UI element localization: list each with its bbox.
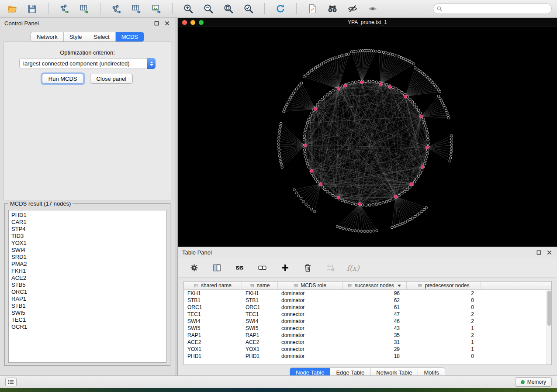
cell-mcds-role[interactable]: connector xyxy=(278,311,343,317)
cell-name[interactable]: STB1 xyxy=(242,297,278,303)
cell-name[interactable]: ACE2 xyxy=(242,339,278,345)
cell-shared-name[interactable]: TEC1 xyxy=(184,311,242,317)
deselect-all-button[interactable] xyxy=(256,262,268,274)
zoom-out-button[interactable] xyxy=(201,2,215,16)
cell-shared-name[interactable]: YOX1 xyxy=(184,346,242,352)
cell-shared-name[interactable]: FKH1 xyxy=(184,290,242,296)
settings-button[interactable] xyxy=(188,262,200,274)
export-image-button[interactable] xyxy=(149,2,163,16)
table-row[interactable]: SWI4SWI4dominator462 xyxy=(184,318,547,325)
cell-successor-nodes[interactable]: 29 xyxy=(343,346,407,352)
scrollbar-thumb[interactable] xyxy=(547,291,551,326)
cell-successor-nodes[interactable]: 62 xyxy=(343,297,407,303)
minimize-window-icon[interactable] xyxy=(190,20,195,25)
table-panel-float-button[interactable] xyxy=(535,249,542,256)
delete-button[interactable] xyxy=(302,262,313,274)
optimization-criterion-dropdown[interactable]: largest connected component (undirected) xyxy=(19,58,156,69)
cell-predecessor-nodes[interactable]: 0 xyxy=(407,297,481,303)
menu-button[interactable] xyxy=(5,378,17,386)
cell-predecessor-nodes[interactable]: 2 xyxy=(407,311,481,317)
cell-name[interactable]: SWI4 xyxy=(242,318,278,324)
cell-name[interactable]: ORC1 xyxy=(242,304,278,310)
cell-predecessor-nodes[interactable]: 2 xyxy=(407,290,481,296)
import-network-button[interactable] xyxy=(57,2,71,16)
select-all-button[interactable] xyxy=(234,262,245,274)
table-scrollbar[interactable] xyxy=(547,290,551,364)
close-panel-button[interactable]: Close panel xyxy=(90,74,133,84)
tab-select[interactable]: Select xyxy=(88,32,116,41)
cell-successor-nodes[interactable]: 46 xyxy=(343,318,407,324)
add-button[interactable] xyxy=(279,262,291,274)
memory-button[interactable]: Memory xyxy=(515,377,552,387)
cell-successor-nodes[interactable]: 43 xyxy=(343,325,407,331)
cell-name[interactable]: PHD1 xyxy=(242,353,278,359)
table-row[interactable]: STB1STB1dominator620 xyxy=(184,297,547,304)
close-window-icon[interactable] xyxy=(182,20,187,25)
cell-mcds-role[interactable]: dominator xyxy=(278,304,343,310)
column-header-predecessor-nodes[interactable]: predecessor nodes xyxy=(407,282,481,289)
tab-network[interactable]: Network xyxy=(31,32,64,41)
cell-mcds-role[interactable]: dominator xyxy=(278,353,343,359)
zoom-selected-button[interactable] xyxy=(242,2,256,16)
table-row[interactable]: SWI5SWI5connector431 xyxy=(184,325,547,332)
table-row[interactable]: PHD1PHD1dominator180 xyxy=(184,353,547,360)
cell-shared-name[interactable]: ACE2 xyxy=(184,339,242,345)
cell-name[interactable]: TEC1 xyxy=(242,311,278,317)
cell-successor-nodes[interactable]: 61 xyxy=(343,304,407,310)
cell-predecessor-nodes[interactable]: 2 xyxy=(407,318,481,324)
network-canvas[interactable] xyxy=(178,27,557,247)
find-button[interactable] xyxy=(325,2,339,16)
cell-name[interactable]: YOX1 xyxy=(242,346,278,352)
zoom-in-button[interactable] xyxy=(181,2,195,16)
share-document-button[interactable] xyxy=(305,2,319,16)
cell-shared-name[interactable]: STB1 xyxy=(184,297,242,303)
cell-successor-nodes[interactable]: 31 xyxy=(343,339,407,345)
cell-predecessor-nodes[interactable]: 1 xyxy=(407,346,481,352)
cell-predecessor-nodes[interactable]: 1 xyxy=(407,325,481,331)
search-input[interactable] xyxy=(445,6,548,12)
table-row[interactable]: YOX1YOX1connector291 xyxy=(184,346,547,353)
cell-mcds-role[interactable]: dominator xyxy=(278,297,343,303)
run-mcds-button[interactable]: Run MCDS xyxy=(42,74,84,84)
column-header-name[interactable]: name xyxy=(242,282,278,289)
column-header-shared-name[interactable]: shared name xyxy=(184,282,242,289)
table-row[interactable]: RAP1RAP1dominator352 xyxy=(184,332,547,339)
cell-mcds-role[interactable]: dominator xyxy=(278,332,343,338)
table-row[interactable]: ORC1ORC1dominator610 xyxy=(184,304,547,311)
cell-successor-nodes[interactable]: 47 xyxy=(343,311,407,317)
save-button[interactable] xyxy=(25,2,39,16)
cell-name[interactable]: FKH1 xyxy=(242,290,278,296)
cell-successor-nodes[interactable]: 96 xyxy=(343,290,407,296)
cell-name[interactable]: SWI5 xyxy=(242,325,278,331)
cell-shared-name[interactable]: SWI4 xyxy=(184,318,242,324)
table-row[interactable]: FKH1FKH1dominator962 xyxy=(184,290,547,297)
cell-shared-name[interactable]: SWI5 xyxy=(184,325,242,331)
table-row[interactable]: ACE2ACE2connector311 xyxy=(184,339,547,346)
mcds-result-list[interactable]: PHD1CAR1STP4TID3YOX1SWI4SRD1PMA2FKH1ACE2… xyxy=(8,210,166,363)
cell-successor-nodes[interactable]: 18 xyxy=(343,353,407,359)
zoom-window-icon[interactable] xyxy=(199,20,204,25)
table-row[interactable]: TEC1TEC1connector472 xyxy=(184,311,547,318)
cell-predecessor-nodes[interactable]: 1 xyxy=(407,339,481,345)
cell-mcds-role[interactable]: connector xyxy=(278,346,343,352)
cell-shared-name[interactable]: ORC1 xyxy=(184,304,242,310)
cell-mcds-role[interactable]: dominator xyxy=(278,318,343,324)
columns-button[interactable] xyxy=(211,262,222,274)
table-panel-close-button[interactable] xyxy=(546,249,553,256)
cell-predecessor-nodes[interactable]: 2 xyxy=(407,332,481,338)
column-header-MCDS-role[interactable]: MCDS role xyxy=(278,282,343,289)
tab-style[interactable]: Style xyxy=(64,32,88,41)
column-header-successor-nodes[interactable]: successor nodes xyxy=(343,282,407,289)
import-disabled-button[interactable] xyxy=(325,262,336,274)
function-builder-button[interactable]: f(x) xyxy=(347,262,359,274)
control-panel-float-button[interactable] xyxy=(153,20,160,27)
tab-mcds[interactable]: MCDS xyxy=(116,32,144,41)
show-button[interactable] xyxy=(366,2,380,16)
control-panel-close-button[interactable] xyxy=(163,20,170,27)
export-table-button[interactable] xyxy=(129,2,143,16)
zoom-fit-button[interactable] xyxy=(221,2,235,16)
cell-name[interactable]: RAP1 xyxy=(242,332,278,338)
cell-successor-nodes[interactable]: 35 xyxy=(343,332,407,338)
cell-mcds-role[interactable]: connector xyxy=(278,339,343,345)
open-button[interactable] xyxy=(5,2,19,16)
